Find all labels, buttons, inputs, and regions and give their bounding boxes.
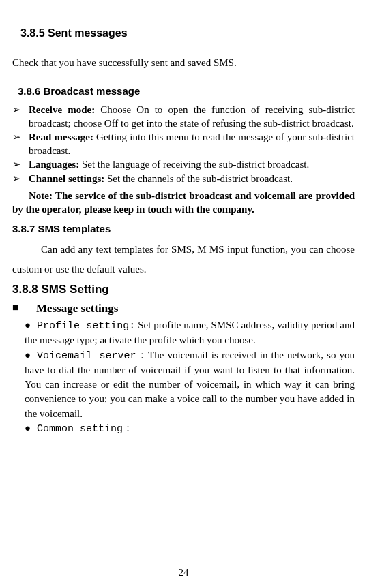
item-label: Receive mode: [29, 104, 95, 115]
heading-sms-setting: 3.8.8 SMS Setting [12, 283, 355, 296]
bullet-icon: ● [25, 348, 37, 362]
list-item: ●Profile setting: Set profile name, SMSC… [12, 318, 355, 348]
sub-heading-text: Message settings [36, 302, 118, 315]
item-body: Set the language of receiving the sub-di… [79, 159, 309, 170]
arrow-icon: ➢ [12, 104, 29, 117]
item-label-mono: Profile setting: [37, 320, 135, 332]
square-icon: ■ [12, 302, 36, 313]
list-item: ➢Languages: Set the language of receivin… [12, 158, 355, 172]
arrow-icon: ➢ [12, 131, 29, 144]
broadcast-list: ➢Receive mode: Choose On to open the fun… [12, 104, 355, 185]
item-label-mono: Voicemail server： [37, 350, 148, 362]
broadcast-note: Note: The service of the sub-district br… [12, 189, 355, 216]
body-sms-templates: Can add any text templates for SMS, M MS… [12, 240, 355, 279]
sub-heading-message-settings: ■Message settings [12, 302, 355, 315]
heading-sent-messages: 3.8.5 Sent messages [20, 27, 355, 40]
item-label: Channel settings: [29, 173, 104, 184]
bullet-icon: ● [25, 421, 37, 435]
list-item: ➢Channel settings: Set the channels of t… [12, 172, 355, 186]
heading-broadcast-message: 3.8.6 Broadcast message [18, 85, 355, 97]
item-label: Languages: [29, 159, 79, 170]
bullet-icon: ● [25, 318, 37, 332]
arrow-icon: ➢ [12, 172, 29, 186]
item-label: Read message: [29, 131, 93, 142]
body-sent-messages: Check that you have successfully sent an… [12, 57, 355, 69]
list-item: ●Common setting： [12, 421, 355, 436]
list-item: ➢Receive mode: Choose On to open the fun… [12, 104, 355, 130]
list-item: ●Voicemail server：The voicemail is recei… [12, 348, 355, 421]
arrow-icon: ➢ [12, 158, 29, 172]
list-item: ➢Read message: Getting into this menu to… [12, 131, 355, 157]
heading-sms-templates: 3.8.7 SMS templates [12, 223, 355, 234]
item-body: Set the channels of the sub-district bro… [104, 173, 293, 184]
item-label-mono: Common setting： [37, 423, 133, 435]
page-number: 24 [0, 567, 367, 578]
